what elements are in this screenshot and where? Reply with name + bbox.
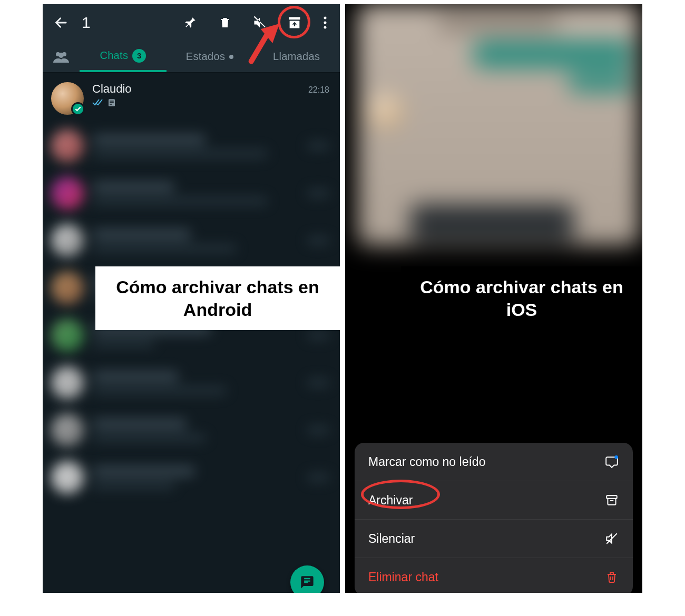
chat-time: 22:18	[308, 85, 329, 95]
context-menu: Marcar como no leído Archivar Silenciar …	[355, 443, 633, 593]
chat-name: Claudio	[92, 82, 132, 96]
unread-icon	[604, 454, 619, 469]
chat-row-selected[interactable]: Claudio 22:18	[43, 75, 340, 122]
svg-rect-9	[110, 104, 112, 105]
tab-chats-badge: 3	[132, 49, 146, 63]
chat-row-blurred[interactable]	[43, 406, 340, 454]
android-panel: 1	[43, 4, 340, 593]
menu-item-label: Marcar como no leído	[368, 455, 485, 469]
menu-item-unread[interactable]: Marcar como no leído	[355, 443, 633, 481]
svg-rect-7	[110, 101, 114, 102]
ios-chat-preview	[345, 4, 642, 419]
tab-status[interactable]: Estados	[167, 51, 253, 63]
avatar	[51, 82, 84, 115]
read-ticks-icon	[92, 98, 104, 109]
menu-item-archive[interactable]: Archivar	[355, 481, 633, 520]
caption-android: Cómo archivar chats en Android	[95, 266, 340, 330]
ios-panel: Cómo archivar chats en iOS Marcar como n…	[345, 4, 642, 593]
top-tabs: Chats 3 Estados Llamadas	[43, 41, 340, 73]
menu-item-delete[interactable]: Eliminar chat	[355, 558, 633, 593]
document-icon	[107, 98, 116, 110]
delete-icon[interactable]	[210, 8, 240, 37]
svg-point-1	[324, 22, 327, 24]
svg-point-0	[324, 17, 327, 19]
archive-box-icon	[604, 493, 619, 508]
selection-toolbar: 1	[43, 4, 340, 41]
status-dot-icon	[229, 55, 233, 59]
trash-icon	[604, 570, 619, 584]
back-arrow-icon[interactable]	[51, 12, 72, 33]
pin-icon[interactable]	[175, 8, 205, 37]
svg-rect-8	[110, 102, 114, 103]
chat-row-blurred[interactable]	[43, 359, 340, 406]
chat-row-blurred[interactable]	[43, 454, 340, 501]
chat-row-blurred[interactable]	[43, 217, 340, 264]
community-tab-icon[interactable]	[43, 51, 80, 63]
svg-rect-11	[606, 495, 617, 498]
caption-ios: Cómo archivar chats en iOS	[401, 266, 642, 330]
tab-status-label: Estados	[186, 51, 225, 63]
new-chat-fab[interactable]	[290, 565, 324, 593]
svg-point-2	[324, 26, 327, 29]
menu-item-label: Silenciar	[368, 532, 415, 546]
chat-row-blurred[interactable]	[43, 122, 340, 170]
menu-item-mute[interactable]: Silenciar	[355, 520, 633, 558]
tab-chats[interactable]: Chats 3	[80, 41, 167, 72]
tab-chats-label: Chats	[100, 49, 128, 62]
mute-speaker-icon	[604, 531, 619, 546]
tab-calls-label: Llamadas	[273, 51, 320, 63]
more-icon[interactable]	[315, 8, 336, 37]
menu-item-label: Eliminar chat	[368, 570, 438, 584]
selected-check-icon	[71, 102, 85, 116]
selection-count: 1	[82, 14, 175, 32]
menu-item-label: Archivar	[368, 493, 413, 508]
svg-point-10	[614, 455, 618, 459]
svg-point-5	[58, 53, 64, 58]
chat-row-blurred[interactable]	[43, 170, 340, 217]
